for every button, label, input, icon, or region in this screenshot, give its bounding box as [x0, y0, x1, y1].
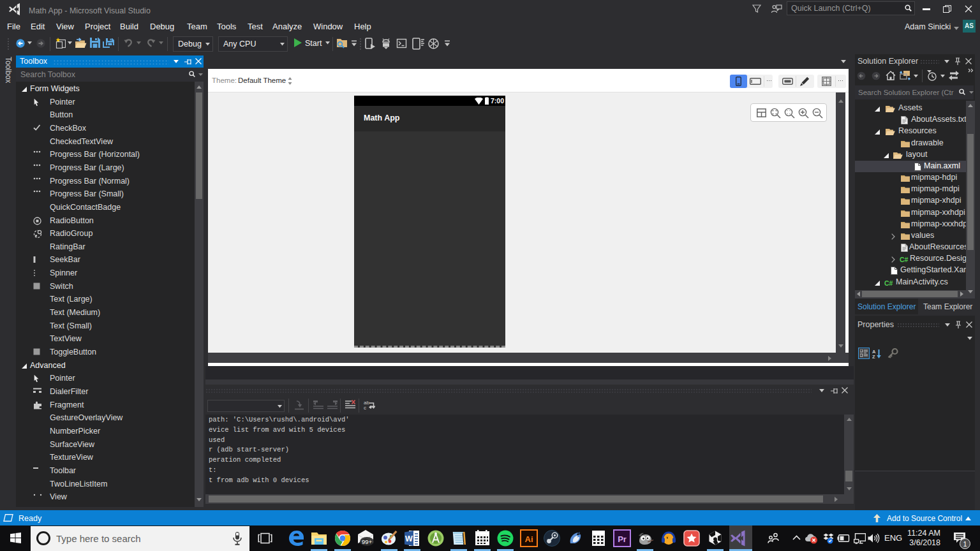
svg-text:C#: C# — [884, 279, 893, 287]
svg-text:W: W — [405, 534, 413, 543]
svg-text:C#: C# — [900, 256, 909, 263]
svg-text:Pr: Pr — [618, 534, 627, 544]
svg-text:Z: Z — [872, 354, 875, 358]
svg-text:99+: 99+ — [362, 538, 373, 545]
svg-text:c: c — [364, 405, 366, 411]
svg-text:Ai: Ai — [525, 534, 533, 544]
